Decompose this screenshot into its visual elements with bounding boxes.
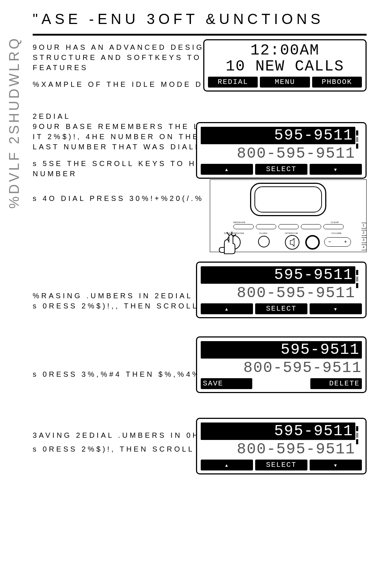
softkey-down[interactable]	[310, 303, 362, 314]
volume-plus-icon: +	[344, 239, 347, 244]
volume-minus-icon: −	[328, 239, 331, 244]
softkey-up[interactable]	[201, 460, 253, 470]
scroll-indicator	[355, 130, 359, 149]
button-softkey-a[interactable]	[256, 224, 276, 229]
button-softkey-c[interactable]	[301, 224, 321, 229]
triangle-down-icon	[334, 304, 337, 313]
button-message[interactable]	[233, 224, 254, 229]
lcd-number-selected: 595-9511	[201, 341, 362, 359]
label-intercom: INTERCOM	[285, 232, 298, 234]
side-tab-label: %DVLF 2SHUDWLRQ	[7, 36, 22, 209]
softkey-up[interactable]	[201, 164, 253, 175]
lcd-idle-display: 12:00AM 10 NEW CALLS REDIAL MENU PHBOOK	[203, 39, 367, 92]
label-flash: FLASH	[260, 232, 268, 234]
side-button-2[interactable]: 2	[362, 230, 367, 236]
triangle-down-icon	[334, 461, 337, 469]
softkey-blank	[259, 378, 304, 389]
lcd-number-next: 800-595-9511	[201, 146, 355, 162]
lcd-save-scroll-display: 595-9511 800-595-9511 SELECT	[196, 418, 367, 474]
button-clear[interactable]	[323, 224, 344, 229]
softkey-select[interactable]: SELECT	[255, 303, 307, 314]
softkey-phbook[interactable]: PHBOOK	[312, 77, 362, 88]
lcd-redial-display: 595-9511 800-595-9511 SELECT	[196, 122, 367, 179]
lcd-number-selected: 595-9511	[201, 266, 355, 284]
softkey-select[interactable]: SELECT	[255, 460, 307, 470]
triangle-up-icon	[225, 165, 228, 173]
redial-heading: 2EDIAL	[33, 111, 367, 121]
lcd-newcalls: 10 NEW CALLS	[208, 58, 362, 74]
triangle-up-icon	[225, 304, 228, 313]
softkey-save[interactable]: SAVE	[201, 378, 252, 389]
triangle-up-icon	[225, 461, 228, 469]
softkey-down[interactable]	[310, 460, 362, 470]
softkey-select[interactable]: SELECT	[255, 164, 307, 175]
sound-icon	[286, 236, 299, 249]
label-message: MESSAGE	[233, 221, 245, 223]
button-softkey-b[interactable]	[278, 224, 299, 229]
lcd-number-selected: 595-9511	[201, 423, 355, 440]
page-title: "ASE -ENU 3OFT &UNCTIONS	[25, 11, 367, 27]
lcd-erase-display: 595-9511 800-595-9511 SELECT	[196, 262, 367, 318]
scroll-indicator	[355, 426, 359, 444]
lcd-save-delete-display: 595-9511 800-595-9511 SAVE DELETE	[196, 336, 367, 393]
softkey-down[interactable]	[310, 164, 362, 175]
lcd-number-next: 800-595-9511	[201, 441, 355, 457]
side-button-4[interactable]: 4	[362, 244, 367, 250]
label-volume: VOLUME	[331, 232, 342, 234]
lcd-number-next: 800-595-9511	[201, 360, 362, 376]
softkey-delete[interactable]: DELETE	[310, 378, 362, 389]
side-button-1[interactable]: 1	[362, 223, 367, 229]
label-clear: CLEAR	[331, 221, 339, 223]
lcd-time: 12:00AM	[208, 43, 362, 58]
button-intercom[interactable]	[285, 235, 299, 250]
triangle-down-icon	[334, 165, 337, 173]
softkey-menu[interactable]: MENU	[260, 77, 310, 88]
title-rule	[33, 34, 367, 36]
lcd-number-selected: 595-9511	[201, 127, 355, 144]
scroll-indicator	[355, 270, 359, 288]
side-button-3[interactable]: 3	[362, 237, 367, 243]
softkey-redial[interactable]: REDIAL	[208, 77, 258, 88]
pointing-hand-icon	[214, 230, 240, 255]
button-flash[interactable]	[258, 236, 270, 247]
button-volume[interactable]: − +	[324, 237, 351, 247]
lcd-number-next: 800-595-9511	[201, 285, 355, 301]
button-dial-wheel[interactable]	[305, 235, 320, 250]
softkey-up[interactable]	[201, 303, 253, 314]
